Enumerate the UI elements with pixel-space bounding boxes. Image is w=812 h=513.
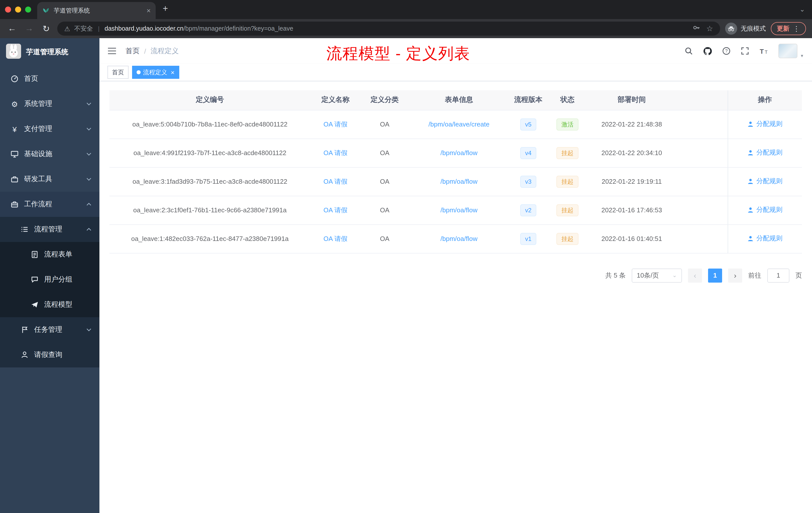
tag-close-icon[interactable]: × (171, 69, 174, 76)
col-form-info: 表单信息 (409, 90, 509, 110)
col-deploy-time: 部署时间 (587, 90, 676, 110)
dashboard-icon (10, 75, 19, 83)
gear-icon: ⚙ (10, 100, 19, 108)
prev-page-button[interactable]: ‹ (688, 268, 702, 282)
form-info-link[interactable]: /bpm/oa/leave/create (429, 120, 490, 128)
chevron-up-icon (86, 203, 91, 206)
chevron-down-icon (86, 127, 91, 130)
col-process-version: 流程版本 (509, 90, 547, 110)
sidebar-item-leave-query[interactable]: 请假查询 (0, 342, 99, 367)
app-frame: 芋道管理系统 首页 ⚙ 系统管理 ¥ 支付管理 (0, 38, 812, 513)
form-info-link[interactable]: /bpm/oa/flow (440, 206, 477, 214)
update-chrome-button[interactable]: 更新 ⋮ (771, 22, 806, 35)
definition-category: OA (360, 224, 409, 253)
reload-icon[interactable]: ↻ (40, 23, 52, 34)
status-badge: 挂起 (556, 147, 579, 159)
chevron-down-icon (86, 328, 91, 331)
avatar[interactable] (778, 44, 798, 58)
sidebar-item-label: 请假查询 (34, 350, 62, 359)
page-size-select[interactable]: 10条/页 ⌄ (632, 268, 682, 282)
logo-avatar (6, 44, 21, 61)
person-icon (748, 235, 754, 242)
bookmark-star-icon[interactable]: ☆ (706, 24, 713, 33)
sidebar-item-payment[interactable]: ¥ 支付管理 (0, 117, 99, 142)
assign-rule-link[interactable]: 分配规则 (748, 177, 783, 186)
sidebar-item-infrastructure[interactable]: 基础设施 (0, 142, 99, 167)
incognito-label: 无痕模式 (741, 24, 766, 33)
sidebar-item-task-management[interactable]: 任务管理 (0, 317, 99, 342)
svg-text:T: T (760, 48, 764, 55)
avatar-caret-icon: ▼ (800, 54, 804, 58)
sidebar-item-label: 流程表单 (44, 250, 72, 259)
definition-name-link[interactable]: OA 请假 (323, 235, 347, 242)
assign-rule-link[interactable]: 分配规则 (748, 148, 783, 157)
form-info-link[interactable]: /bpm/oa/flow (440, 178, 477, 185)
url-text: dashboard.yudao.iocoder.cn/bpm/manager/d… (105, 25, 689, 32)
help-icon[interactable]: ? (722, 47, 731, 55)
minimize-window-button[interactable] (15, 6, 21, 12)
send-icon (30, 301, 39, 309)
password-key-icon[interactable] (692, 24, 700, 34)
assign-rule-link[interactable]: 分配规则 (748, 206, 783, 215)
sidebar-item-devtools[interactable]: 研发工具 (0, 167, 99, 192)
address-bar[interactable]: ⚠ 不安全 | dashboard.yudao.iocoder.cn/bpm/m… (57, 22, 720, 36)
definition-table: 定义编号 定义名称 定义分类 表单信息 流程版本 状态 部署时间 操作 (110, 90, 802, 253)
font-size-icon[interactable]: TT (759, 47, 768, 55)
sidebar-item-user-group[interactable]: 用户分组 (0, 267, 99, 292)
browser-menu-icon[interactable]: ⋮ (793, 25, 800, 33)
definition-name-link[interactable]: OA 请假 (323, 120, 347, 128)
form-info-link[interactable]: /bpm/oa/flow (440, 235, 477, 242)
assign-rule-link[interactable]: 分配规则 (748, 234, 783, 243)
tag-current[interactable]: 流程定义 × (132, 66, 179, 79)
col-operation: 操作 (728, 90, 802, 110)
deploy-time: 2022-01-22 19:19:11 (587, 167, 676, 196)
filler-cell (676, 139, 728, 167)
svg-text:T: T (765, 50, 767, 55)
tab-close-icon[interactable]: × (147, 7, 151, 14)
definition-id: oa_leave:4:991f2193-7b7f-11ec-a3c8-acde4… (110, 139, 310, 167)
browser-tab[interactable]: 芋道管理系统 × (37, 2, 156, 19)
breadcrumb-home[interactable]: 首页 (125, 47, 140, 56)
deploy-time: 2022-01-16 01:40:51 (587, 224, 676, 253)
goto-page-input[interactable] (767, 268, 789, 282)
back-icon[interactable]: ← (6, 24, 18, 34)
search-icon[interactable] (685, 47, 693, 55)
user-avatar-menu[interactable]: ▼ (778, 44, 804, 58)
breadcrumb-current: 流程定义 (151, 47, 179, 56)
sidebar-item-home[interactable]: 首页 (0, 66, 99, 91)
definition-name-link[interactable]: OA 请假 (323, 206, 347, 214)
sidebar-item-label: 首页 (24, 74, 38, 83)
col-filler (676, 90, 728, 110)
next-page-button[interactable]: › (728, 268, 742, 282)
sidebar-item-process-management[interactable]: 流程管理 (0, 217, 99, 242)
new-tab-icon[interactable]: + (163, 4, 168, 13)
github-icon[interactable] (703, 47, 712, 56)
chevron-down-icon: ⌄ (672, 272, 677, 279)
page-size-value: 10条/页 (637, 271, 659, 280)
filler-cell (676, 110, 728, 139)
zoom-window-button[interactable] (25, 6, 31, 12)
sidebar-item-process-model[interactable]: 流程模型 (0, 292, 99, 317)
definition-name-link[interactable]: OA 请假 (323, 177, 347, 185)
forward-icon[interactable]: → (23, 24, 35, 34)
table-row: oa_leave:1:482ec033-762a-11ec-8477-a2380… (110, 224, 802, 253)
page-number-button[interactable]: 1 (708, 268, 722, 282)
definition-name-link[interactable]: OA 请假 (323, 149, 347, 156)
tab-search-chevron-icon[interactable]: ⌄ (800, 6, 805, 12)
assign-rule-link[interactable]: 分配规则 (748, 120, 783, 129)
sidebar-item-system[interactable]: ⚙ 系统管理 (0, 91, 99, 117)
annotation-title: 流程模型 - 定义列表 (326, 43, 470, 64)
assign-rule-label: 分配规则 (756, 234, 783, 243)
sidebar-item-workflow[interactable]: 工作流程 (0, 192, 99, 217)
content-area: 定义编号 定义名称 定义分类 表单信息 流程版本 状态 部署时间 操作 (99, 81, 812, 513)
table-row: oa_leave:4:991f2193-7b7f-11ec-a3c8-acde4… (110, 139, 802, 167)
form-info-link[interactable]: /bpm/oa/flow (440, 149, 477, 157)
hamburger-icon[interactable] (108, 47, 116, 55)
fullscreen-icon[interactable] (741, 47, 749, 55)
pagination-total: 共 5 条 (605, 271, 626, 280)
sidebar-item-process-form[interactable]: 流程表单 (0, 242, 99, 267)
filler-cell (676, 196, 728, 224)
close-window-button[interactable] (5, 6, 11, 12)
tag-label: 首页 (112, 68, 124, 77)
tag-home[interactable]: 首页 (108, 66, 128, 79)
